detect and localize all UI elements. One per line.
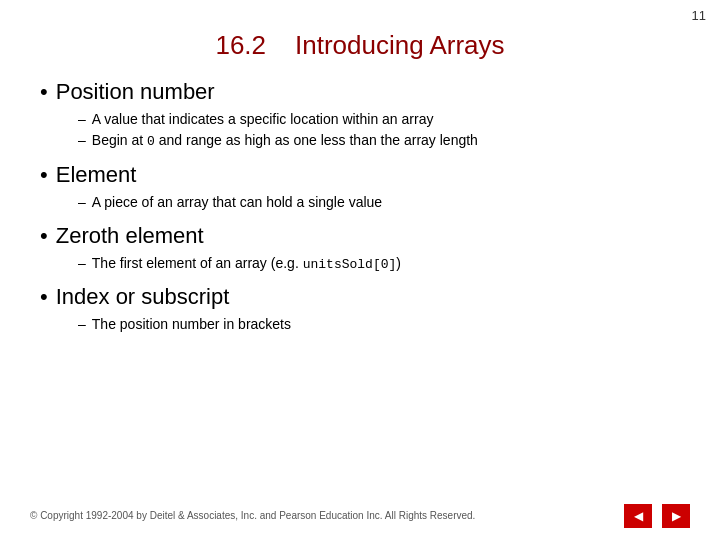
sub-bullets-index: – The position number in brackets [78, 314, 680, 335]
footer: © Copyright 1992-2004 by Deitel & Associ… [0, 504, 720, 528]
sub-bullet-text-element-1: A piece of an array that can hold a sing… [92, 192, 382, 213]
bullet-dot-4: • [40, 284, 48, 310]
sub-bullets-element: – A piece of an array that can hold a si… [78, 192, 680, 213]
bullet-element: • Element – A piece of an array that can… [40, 162, 680, 213]
footer-copyright: © Copyright 1992-2004 by Deitel & Associ… [30, 509, 614, 523]
bullet-dot-1: • [40, 79, 48, 105]
bullet-label-element: Element [56, 162, 137, 188]
sub-bullets-zeroth: – The first element of an array (e.g. un… [78, 253, 680, 275]
sub-bullets-position-number: – A value that indicates a specific loca… [78, 109, 680, 152]
bullet-zeroth-element: • Zeroth element – The first element of … [40, 223, 680, 275]
next-arrow-icon: ▶ [672, 509, 681, 523]
prev-arrow-icon: ◀ [634, 509, 643, 523]
sub-bullet-text-zeroth-1: The first element of an array (e.g. unit… [92, 253, 401, 275]
bullet-dot-3: • [40, 223, 48, 249]
sub-bullet-zeroth-1: – The first element of an array (e.g. un… [78, 253, 680, 275]
code-zero: 0 [147, 134, 155, 149]
sub-bullet-text-index-1: The position number in brackets [92, 314, 291, 335]
sub-bullet-text-position-2: Begin at 0 and range as high as one less… [92, 130, 478, 152]
bullet-position-number: • Position number – A value that indicat… [40, 79, 680, 152]
slide-title: 16.2 Introducing Arrays [40, 30, 680, 61]
sub-bullet-element-1: – A piece of an array that can hold a si… [78, 192, 680, 213]
bullet-main-position-number: • Position number [40, 79, 680, 105]
next-button[interactable]: ▶ [662, 504, 690, 528]
bullet-index-subscript: • Index or subscript – The position numb… [40, 284, 680, 335]
code-units-sold: unitsSold[0] [303, 257, 397, 272]
sub-bullet-position-2: – Begin at 0 and range as high as one le… [78, 130, 680, 152]
bullet-label-position-number: Position number [56, 79, 215, 105]
title-number: 16.2 [215, 30, 266, 60]
bullet-dot-2: • [40, 162, 48, 188]
sub-bullet-position-1: – A value that indicates a specific loca… [78, 109, 680, 130]
sub-bullet-text-position-1: A value that indicates a specific locati… [92, 109, 434, 130]
sub-bullet-index-1: – The position number in brackets [78, 314, 680, 335]
page-number: 11 [692, 8, 706, 23]
title-text: Introducing Arrays [295, 30, 505, 60]
bullet-main-index: • Index or subscript [40, 284, 680, 310]
bullet-main-zeroth: • Zeroth element [40, 223, 680, 249]
slide: 11 16.2 Introducing Arrays • Position nu… [0, 0, 720, 540]
bullet-label-index: Index or subscript [56, 284, 230, 310]
prev-button[interactable]: ◀ [624, 504, 652, 528]
bullet-label-zeroth: Zeroth element [56, 223, 204, 249]
bullet-main-element: • Element [40, 162, 680, 188]
